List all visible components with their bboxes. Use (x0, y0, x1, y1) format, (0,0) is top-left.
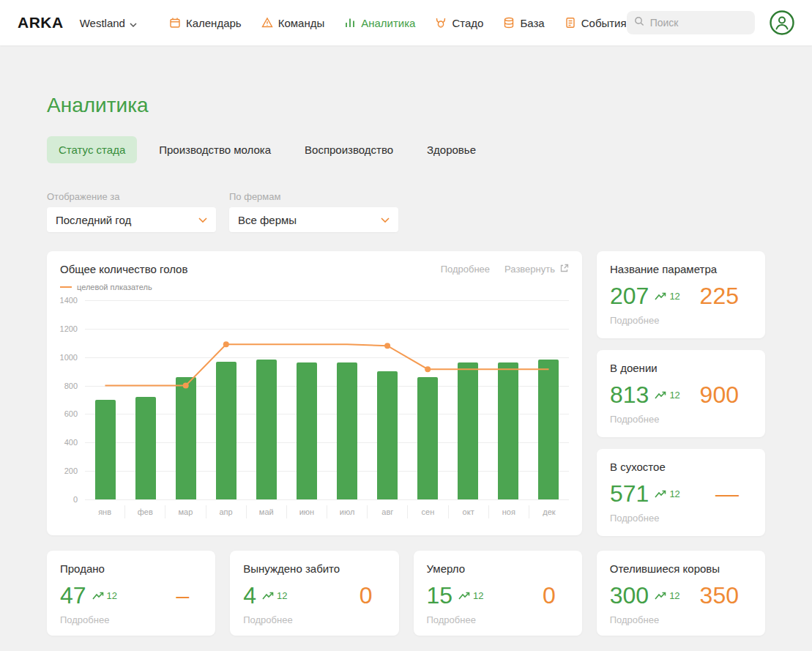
total-heads-chart-card: Общее количество голов Подробнее Разверн… (47, 251, 582, 535)
target-line-marker (183, 383, 189, 389)
chart-title: Общее количество голов (60, 263, 187, 275)
nav-item-label: База (520, 17, 544, 29)
stat-target-value: 0 (543, 582, 556, 609)
chart-y-axis: 0200400600800100012001400 (60, 300, 85, 499)
nav-item-herd[interactable]: Стадо (435, 17, 483, 29)
stat-more-link[interactable]: Подробнее (610, 414, 659, 425)
target-line-marker (223, 341, 229, 347)
stat-value: 47 (60, 582, 86, 609)
stat-card-sold: Продано 47 12 – Подробнее (47, 551, 215, 636)
y-axis-label: 800 (64, 382, 78, 390)
stat-value: 4 (243, 582, 256, 609)
chart-x-axis: янвфевмарапрмайиюниюлавгсеноктноядек (85, 505, 569, 518)
x-axis-label: авг (367, 505, 407, 518)
stat-card-title: В доении (610, 362, 752, 374)
dashboard-grid: Общее количество голов Подробнее Разверн… (47, 251, 765, 636)
x-axis-label: май (246, 505, 286, 518)
tab-milk-production[interactable]: Производство молока (147, 136, 283, 163)
stat-card-parameter: Название параметра 207 12 225 Подробнее (597, 251, 765, 338)
tab-health[interactable]: Здоровье (415, 136, 488, 163)
stat-more-link[interactable]: Подробнее (610, 513, 659, 524)
stat-card-died: Умерло 15 12 0 Подробнее (414, 551, 582, 636)
nav-item-calendar[interactable]: Календарь (169, 17, 242, 29)
stat-value: 207 (610, 283, 649, 310)
farms-filter: По фермам Все фермы (229, 191, 398, 232)
nav-item-database[interactable]: База (503, 17, 544, 29)
trend-value: 12 (277, 590, 287, 601)
target-line-marker (384, 343, 390, 349)
stat-more-link[interactable]: Подробнее (60, 614, 109, 625)
stat-card-title: Продано (60, 562, 202, 575)
chevron-down-icon (381, 217, 390, 223)
warning-icon (261, 17, 273, 29)
search-icon (634, 16, 644, 29)
stat-target-value: 900 (700, 382, 739, 409)
period-select[interactable]: Последний год (47, 207, 216, 232)
period-select-value: Последний год (56, 214, 131, 226)
nav-item-events[interactable]: События (565, 17, 627, 29)
chart-details-link[interactable]: Подробнее (441, 264, 490, 275)
nav-item-label: Стадо (452, 17, 483, 29)
search-box[interactable] (627, 11, 755, 34)
trend-value: 12 (669, 590, 679, 601)
stat-card-culled: Вынуждено забито 4 12 0 Подробнее (230, 551, 398, 636)
gridline (85, 499, 569, 500)
chart-legend: целевой плказатель (60, 283, 569, 291)
main-content: Аналитика Статус стада Производство моло… (0, 94, 812, 636)
app-header: ARKA Westland Календарь Команды (0, 0, 812, 45)
trend-value: 12 (669, 488, 679, 499)
search-input[interactable] (650, 17, 748, 29)
tab-herd-status[interactable]: Статус стада (47, 136, 137, 163)
trend-value: 12 (107, 590, 117, 601)
tab-reproduction[interactable]: Воспроизводство (293, 136, 405, 163)
stat-more-link[interactable]: Подробнее (610, 315, 659, 326)
farms-select-value: Все фермы (238, 214, 297, 226)
stat-more-link[interactable]: Подробнее (427, 614, 476, 625)
x-axis-label: июл (327, 505, 367, 518)
stat-value: 15 (427, 582, 453, 609)
nav-item-label: Аналитика (361, 17, 415, 29)
period-filter: Отображение за Последний год (47, 191, 216, 232)
trend-up-icon (262, 592, 275, 600)
stat-card-calved: Отелившиеся коровы 300 12 350 Подробнее (597, 551, 765, 636)
y-axis-label: 1000 (60, 353, 78, 362)
chevron-down-icon (130, 17, 137, 29)
farms-select[interactable]: Все фермы (229, 207, 398, 232)
stat-target-value: – (176, 582, 189, 609)
trend-value: 12 (669, 390, 679, 401)
target-line-marker (425, 366, 431, 372)
farm-selector-dropdown[interactable]: Westland (80, 17, 137, 29)
trend-up-icon (92, 592, 105, 600)
trend-value: 12 (473, 590, 483, 601)
cow-icon (435, 17, 447, 29)
nav-item-teams[interactable]: Команды (261, 17, 325, 29)
app-logo: ARKA (18, 14, 64, 31)
note-icon (565, 17, 576, 29)
bottom-stat-row: Продано 47 12 – Подробнее Вынуждено заби… (47, 551, 765, 636)
stat-target-value: 225 (700, 283, 739, 310)
x-axis-label: фев (124, 505, 165, 518)
user-avatar[interactable] (770, 10, 794, 35)
stat-value: 571 (610, 480, 649, 507)
page-title: Аналитика (47, 94, 765, 117)
stat-more-link[interactable]: Подробнее (243, 614, 292, 625)
chart-plot (85, 300, 569, 499)
database-icon (503, 17, 515, 29)
stat-card-title: Умерло (427, 562, 569, 575)
stat-more-link[interactable]: Подробнее (610, 614, 659, 625)
y-axis-label: 1200 (60, 324, 78, 333)
chart-area: 0200400600800100012001400 янвфевмарапрма… (60, 300, 569, 518)
y-axis-label: 0 (73, 495, 78, 504)
right-stat-column: Название параметра 207 12 225 Подробнее … (597, 251, 765, 536)
stat-target-value: — (715, 480, 739, 507)
trend-up-icon (655, 592, 667, 600)
farm-selector-value: Westland (80, 17, 125, 29)
x-axis-label: янв (85, 505, 124, 518)
stat-card-title: Название параметра (610, 263, 752, 275)
chart-expand-link[interactable]: Развернуть (504, 264, 569, 275)
x-axis-label: апр (206, 505, 246, 518)
nav-item-label: События (581, 17, 627, 29)
nav-item-label: Календарь (186, 17, 242, 29)
nav-item-analytics[interactable]: Аналитика (344, 17, 415, 29)
filters-row: Отображение за Последний год По фермам В… (47, 191, 765, 232)
